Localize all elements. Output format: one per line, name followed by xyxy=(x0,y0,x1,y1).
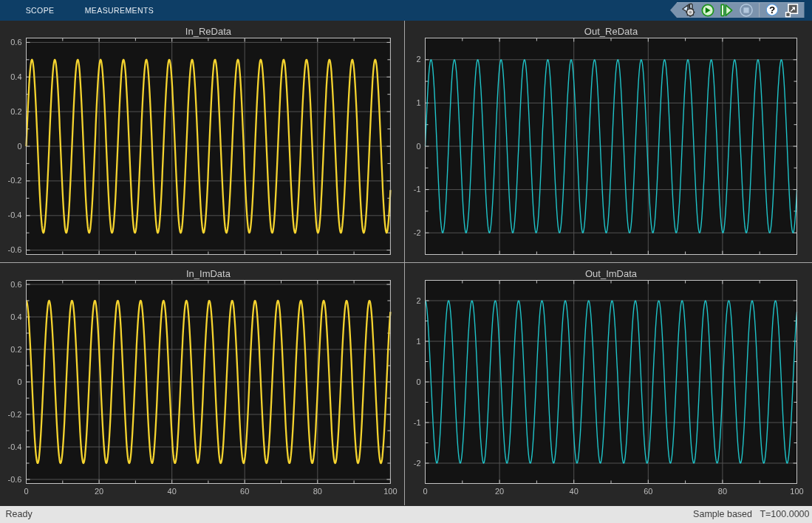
svg-text:80: 80 xyxy=(313,487,322,496)
svg-text:60: 60 xyxy=(240,487,249,496)
svg-text:Out_ReData: Out_ReData xyxy=(584,26,638,37)
svg-text:0.4: 0.4 xyxy=(10,72,21,81)
svg-text:40: 40 xyxy=(570,487,579,496)
svg-text:0: 0 xyxy=(24,487,28,496)
svg-text:0: 0 xyxy=(416,377,420,386)
svg-text:0.2: 0.2 xyxy=(10,107,21,116)
svg-text:60: 60 xyxy=(644,487,652,496)
svg-text:In_ImData: In_ImData xyxy=(186,268,231,279)
svg-text:-2: -2 xyxy=(414,228,421,237)
svg-text:1: 1 xyxy=(416,98,420,107)
svg-text:-0.6: -0.6 xyxy=(8,475,22,484)
svg-text:-0.2: -0.2 xyxy=(8,176,22,185)
svg-text:0: 0 xyxy=(423,487,427,496)
svg-text:?: ? xyxy=(769,4,775,16)
svg-text:-0.6: -0.6 xyxy=(8,245,22,254)
svg-text:0.2: 0.2 xyxy=(10,345,21,354)
svg-text:-0.2: -0.2 xyxy=(8,410,22,419)
svg-text:0.4: 0.4 xyxy=(10,312,21,321)
svg-text:2: 2 xyxy=(416,55,420,64)
svg-text:1: 1 xyxy=(416,337,420,346)
svg-text:Out_ImData: Out_ImData xyxy=(585,268,638,279)
svg-text:In_ReData: In_ReData xyxy=(185,26,232,37)
svg-text:0.6: 0.6 xyxy=(10,280,21,289)
svg-text:40: 40 xyxy=(168,487,177,496)
svg-text:-2: -2 xyxy=(414,459,421,468)
svg-text:0.6: 0.6 xyxy=(10,38,21,47)
svg-text:-0.4: -0.4 xyxy=(8,211,22,219)
svg-text:2: 2 xyxy=(416,296,420,305)
svg-text:20: 20 xyxy=(95,487,103,496)
svg-text:-0.4: -0.4 xyxy=(8,442,22,451)
svg-text:0: 0 xyxy=(17,142,21,151)
svg-text:80: 80 xyxy=(718,487,727,496)
svg-text:20: 20 xyxy=(495,487,504,496)
svg-text:100: 100 xyxy=(383,487,397,496)
svg-text:0: 0 xyxy=(17,377,21,386)
svg-text:100: 100 xyxy=(790,487,803,496)
svg-text:-1: -1 xyxy=(414,185,421,194)
svg-text:0: 0 xyxy=(416,142,420,151)
svg-text:-1: -1 xyxy=(414,418,421,427)
